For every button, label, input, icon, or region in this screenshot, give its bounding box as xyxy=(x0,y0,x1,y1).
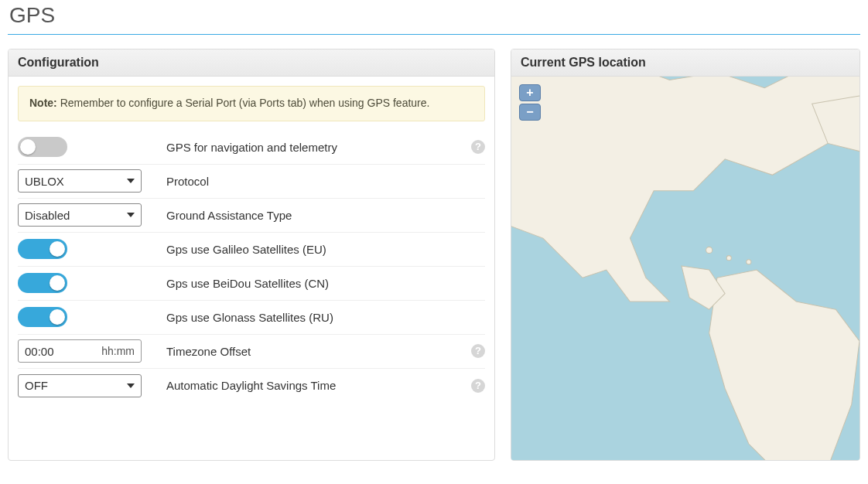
timezone-hint: hh:mm xyxy=(101,345,135,357)
row-galileo: Gps use Galileo Satellites (EU) xyxy=(18,233,485,267)
row-dst: OFF Automatic Daylight Savings Time ? xyxy=(18,369,485,403)
beidou-label: Gps use BeiDou Satellites (CN) xyxy=(166,277,457,290)
help-icon[interactable]: ? xyxy=(471,379,485,393)
config-panel-header: Configuration xyxy=(9,49,494,77)
glonass-label: Gps use Glonass Satellites (RU) xyxy=(166,311,457,324)
zoom-in-button[interactable]: + xyxy=(519,84,541,101)
chevron-down-icon xyxy=(127,383,135,388)
row-beidou: Gps use BeiDou Satellites (CN) xyxy=(18,267,485,301)
beidou-toggle[interactable] xyxy=(18,273,67,293)
map-panel: Current GPS location + − xyxy=(511,49,860,461)
galileo-label: Gps use Galileo Satellites (EU) xyxy=(166,243,457,256)
protocol-select-value: UBLOX xyxy=(25,175,64,188)
help-icon[interactable]: ? xyxy=(471,344,485,358)
page-title: GPS xyxy=(9,3,860,28)
svg-point-2 xyxy=(726,256,731,261)
dst-label: Automatic Daylight Savings Time xyxy=(166,379,457,392)
dst-select[interactable]: OFF xyxy=(18,374,142,397)
chevron-down-icon xyxy=(127,213,135,217)
serial-port-note: Note: Remember to configure a Serial Por… xyxy=(18,86,485,121)
glonass-toggle[interactable] xyxy=(18,307,67,327)
map-canvas[interactable]: + − xyxy=(511,77,859,460)
row-ground-assist: Disabled Ground Assistance Type xyxy=(18,199,485,233)
ground-assist-label: Ground Assistance Type xyxy=(166,209,457,222)
dst-select-value: OFF xyxy=(25,379,48,392)
nav-telemetry-toggle[interactable] xyxy=(18,137,67,157)
ground-assist-select-value: Disabled xyxy=(25,209,70,222)
timezone-input[interactable]: 00:00 hh:mm xyxy=(18,339,142,363)
galileo-toggle[interactable] xyxy=(18,239,67,259)
config-panel-body: Note: Remember to configure a Serial Por… xyxy=(9,77,494,412)
map-panel-header: Current GPS location xyxy=(511,49,859,77)
chevron-down-icon xyxy=(127,179,135,183)
zoom-controls: + − xyxy=(519,84,541,121)
svg-point-3 xyxy=(747,260,751,264)
row-protocol: UBLOX Protocol xyxy=(18,165,485,199)
zoom-out-button[interactable]: − xyxy=(519,104,541,121)
title-rule xyxy=(8,34,860,35)
row-nav-telemetry: GPS for navigation and telemetry ? xyxy=(18,131,485,165)
config-panel: Configuration Note: Remember to configur… xyxy=(8,49,495,461)
note-prefix: Note: xyxy=(29,97,57,109)
row-glonass: Gps use Glonass Satellites (RU) xyxy=(18,301,485,335)
protocol-select[interactable]: UBLOX xyxy=(18,169,142,193)
nav-telemetry-label: GPS for navigation and telemetry xyxy=(166,141,457,154)
timezone-label: Timezone Offset xyxy=(166,345,457,358)
help-icon[interactable]: ? xyxy=(471,140,485,154)
timezone-value: 00:00 xyxy=(25,345,54,358)
svg-point-1 xyxy=(706,247,713,253)
row-timezone: 00:00 hh:mm Timezone Offset ? xyxy=(18,335,485,369)
protocol-label: Protocol xyxy=(166,175,457,188)
note-text: Remember to configure a Serial Port (via… xyxy=(57,97,430,109)
ground-assist-select[interactable]: Disabled xyxy=(18,203,142,227)
world-map-icon xyxy=(511,77,859,460)
